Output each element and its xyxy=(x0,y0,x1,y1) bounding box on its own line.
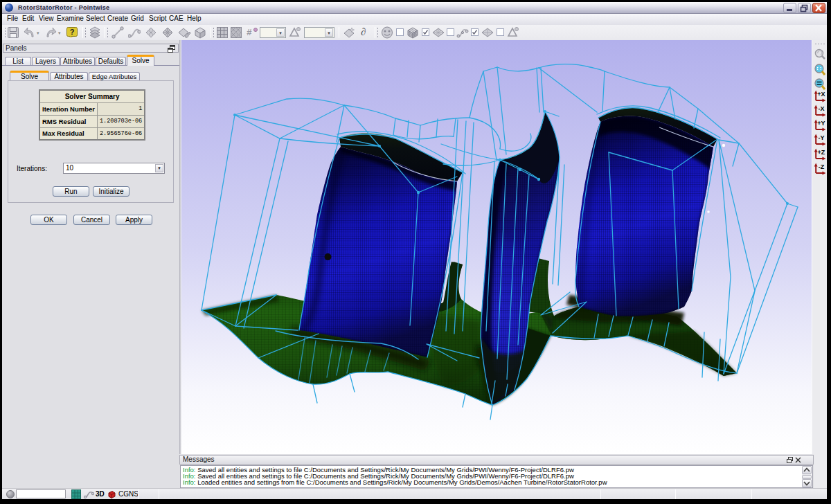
svg-text:+Y: +Y xyxy=(817,120,825,127)
svg-text:-X: -X xyxy=(819,105,825,112)
svg-text:+X: +X xyxy=(817,91,825,98)
svg-text:-Z: -Z xyxy=(819,163,825,170)
svg-text:+Z: +Z xyxy=(818,149,825,156)
svg-text:-Y: -Y xyxy=(819,134,825,141)
svg-text:?: ? xyxy=(70,28,75,36)
